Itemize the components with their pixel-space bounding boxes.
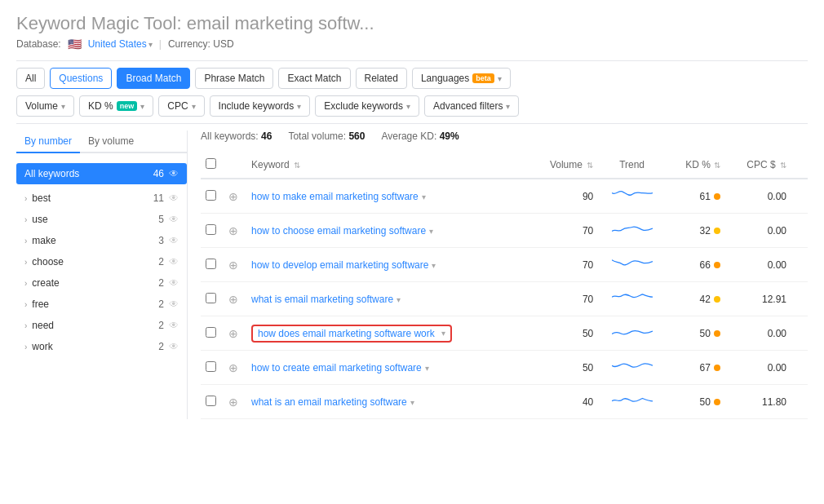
sidebar-item-count: 2 (158, 320, 164, 331)
kd-filter[interactable]: KD % new ▾ (79, 95, 153, 117)
keyword-dropdown[interactable]: ▾ (396, 295, 401, 304)
cpc-sort-icon: ⇅ (780, 161, 786, 170)
add-keyword-button[interactable]: ⊕ (228, 259, 238, 272)
sidebar-item-choose[interactable]: › choose 2 👁 (16, 251, 187, 272)
divider-1 (16, 60, 808, 61)
row-checkbox[interactable] (206, 361, 216, 372)
row-checkbox[interactable] (206, 224, 216, 235)
sidebar-items-list: › best 11 👁 › use 5 👁 › make 3 👁 › choos… (16, 188, 187, 357)
table-row: ⊕ how to make email marketing software▾ … (201, 179, 808, 214)
th-kd[interactable]: KD % ⇅ (666, 152, 725, 179)
eye-icon: 👁 (169, 341, 179, 352)
cpc-chevron: ▾ (192, 102, 196, 111)
row-volume-cell: 40 (527, 385, 598, 419)
sidebar-item-label: need (32, 320, 158, 331)
row-checkbox[interactable] (206, 259, 216, 269)
tab-broad-match[interactable]: Broad Match (117, 68, 190, 89)
volume-chevron: ▾ (61, 102, 65, 111)
sidebar-item-work[interactable]: › work 2 👁 (16, 336, 187, 357)
tab-all[interactable]: All (16, 68, 45, 89)
row-plus-cell: ⊕ (224, 214, 246, 248)
row-checkbox[interactable] (206, 293, 216, 303)
sidebar-item-arrow: › (24, 279, 27, 288)
total-volume-stat: Total volume: 560 (288, 130, 365, 142)
row-plus-cell: ⊕ (224, 351, 246, 385)
tab-related[interactable]: Related (356, 68, 407, 89)
keyword-link[interactable]: how to create email marketing software (251, 362, 422, 374)
table-row: ⊕ what is email marketing software▾ 70 4… (201, 282, 808, 316)
keyword-dropdown[interactable]: ▾ (432, 261, 436, 270)
country-link[interactable]: United States ▾ (88, 38, 153, 50)
keyword-dropdown[interactable]: ▾ (422, 192, 426, 201)
keyword-dropdown[interactable]: ▾ (425, 364, 429, 373)
row-plus-cell: ⊕ (224, 248, 246, 282)
tab-exact-match[interactable]: Exact Match (278, 68, 350, 89)
keyword-link[interactable]: how to make email marketing software (251, 191, 419, 202)
row-checkbox[interactable] (206, 396, 216, 406)
keyword-link[interactable]: what is email marketing software (251, 294, 393, 305)
sidebar-item-use[interactable]: › use 5 👁 (16, 209, 187, 230)
kd-dot (714, 365, 720, 371)
keyword-dropdown[interactable]: ▾ (441, 329, 445, 338)
th-keyword[interactable]: Keyword ⇅ (246, 152, 527, 179)
keyword-dropdown[interactable]: ▾ (429, 227, 433, 236)
sort-by-volume[interactable]: By volume (80, 130, 142, 153)
sidebar-item-free[interactable]: › free 2 👁 (16, 294, 187, 315)
th-cpc[interactable]: CPC $ ⇅ (725, 152, 791, 179)
sidebar-item-label: make (32, 235, 158, 246)
eye-icon: 👁 (169, 256, 179, 267)
sidebar-item-arrow: › (24, 258, 27, 267)
trend-chart (612, 323, 653, 341)
row-cpc-cell: 0.00 (725, 316, 791, 351)
sort-by-number[interactable]: By number (16, 130, 80, 153)
sidebar-all-keywords[interactable]: All keywords 46 👁 (16, 163, 187, 184)
row-kd-cell: 32 (666, 214, 725, 248)
divider-2 (16, 123, 808, 124)
row-cpc-cell: 0.00 (725, 351, 791, 385)
add-keyword-button[interactable]: ⊕ (228, 190, 238, 203)
row-volume-cell: 70 (527, 248, 598, 282)
highlighted-keyword: how does email marketing software work▾ (251, 325, 452, 343)
keyword-link[interactable]: how to choose email marketing software (251, 225, 426, 237)
row-trend-cell (598, 385, 666, 419)
th-extra (791, 152, 808, 179)
languages-button[interactable]: Languages beta ▾ (412, 68, 511, 89)
select-all-checkbox[interactable] (206, 158, 216, 169)
keyword-link[interactable]: what is an email marketing software (251, 396, 407, 408)
table-row: ⊕ how to choose email marketing software… (201, 214, 808, 248)
keyword-dropdown[interactable]: ▾ (410, 398, 414, 407)
row-checkbox-cell (201, 385, 224, 419)
add-keyword-button[interactable]: ⊕ (228, 396, 238, 409)
sidebar-item-need[interactable]: › need 2 👁 (16, 315, 187, 336)
add-keyword-button[interactable]: ⊕ (228, 361, 238, 374)
add-keyword-button[interactable]: ⊕ (228, 327, 238, 340)
sidebar-item-make[interactable]: › make 3 👁 (16, 230, 187, 251)
cpc-filter[interactable]: CPC ▾ (158, 95, 204, 117)
table-body: ⊕ how to make email marketing software▾ … (201, 179, 808, 419)
advanced-filters-button[interactable]: Advanced filters ▾ (424, 95, 519, 117)
sidebar-item-best[interactable]: › best 11 👁 (16, 188, 187, 209)
keyword-link[interactable]: how to develop email marketing software (251, 259, 428, 271)
add-keyword-button[interactable]: ⊕ (228, 224, 238, 237)
table-row: ⊕ how does email marketing software work… (201, 316, 808, 351)
kd-sort-icon: ⇅ (714, 161, 720, 170)
row-checkbox[interactable] (206, 190, 216, 201)
row-checkbox-cell (201, 179, 224, 214)
row-keyword-cell: how to create email marketing software▾ (246, 351, 527, 385)
th-volume[interactable]: Volume ⇅ (527, 152, 598, 179)
row-checkbox[interactable] (206, 327, 216, 338)
row-trend-cell (598, 214, 666, 248)
exclude-keywords-filter[interactable]: Exclude keywords ▾ (315, 95, 419, 117)
volume-filter[interactable]: Volume ▾ (16, 95, 74, 117)
row-keyword-cell: how to develop email marketing software▾ (246, 248, 527, 282)
row-extra-cell (791, 248, 808, 282)
add-keyword-button[interactable]: ⊕ (228, 293, 238, 306)
tab-phrase-match[interactable]: Phrase Match (195, 68, 273, 89)
keyword-link[interactable]: how does email marketing software work (258, 328, 435, 339)
row-trend-cell (598, 248, 666, 282)
sidebar-item-create[interactable]: › create 2 👁 (16, 272, 187, 294)
tab-questions[interactable]: Questions (50, 68, 112, 89)
sidebar-item-count: 3 (158, 235, 164, 246)
include-keywords-filter[interactable]: Include keywords ▾ (210, 95, 311, 117)
sidebar-item-label: choose (32, 256, 158, 267)
